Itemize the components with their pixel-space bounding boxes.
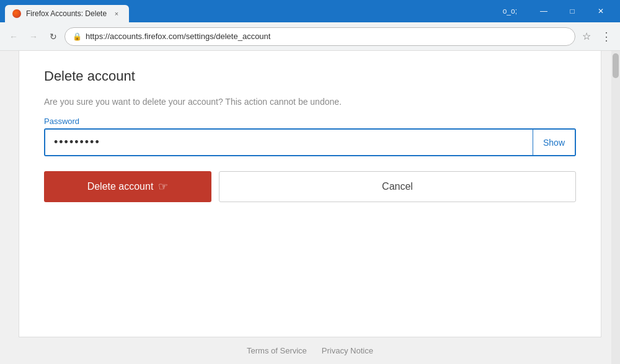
scrollbar[interactable] — [611, 51, 620, 364]
active-tab[interactable]: Firefox Accounts: Delete × — [5, 5, 129, 22]
maximize-button[interactable]: □ — [558, 0, 587, 22]
titlebar-tabs: Firefox Accounts: Delete × — [0, 0, 503, 22]
back-button[interactable]: ← — [5, 28, 22, 45]
toolbar: ← → ↻ 🔒 https://accounts.firefox.com/set… — [0, 22, 620, 51]
reload-icon: ↻ — [50, 32, 57, 42]
menu-icon: ⋮ — [601, 30, 612, 43]
titlebar-caption: o_o; — [503, 0, 525, 22]
footer: Terms of Service Privacy Notice — [0, 337, 620, 364]
privacy-notice-link[interactable]: Privacy Notice — [322, 346, 373, 355]
tab-close-button[interactable]: × — [112, 9, 122, 19]
forward-icon: → — [29, 32, 38, 42]
password-label: Password — [44, 117, 576, 126]
browser-content: Delete account Are you sure you want to … — [0, 51, 620, 364]
star-icon: ☆ — [582, 30, 591, 42]
warning-text: Are you sure you want to delete your acc… — [44, 97, 576, 107]
titlebar: Firefox Accounts: Delete × o_o; — □ ✕ — [0, 0, 620, 22]
url-base: https://accounts.firefox.com — [86, 32, 184, 41]
scrollbar-thumb[interactable] — [613, 53, 619, 78]
tab-title: Firefox Accounts: Delete — [26, 9, 107, 18]
cursor-hand-icon: ☞ — [158, 180, 168, 193]
address-bar[interactable]: 🔒 https://accounts.firefox.com/settings/… — [64, 27, 575, 46]
firefox-favicon — [12, 9, 21, 18]
forward-button[interactable]: → — [25, 28, 42, 45]
menu-button[interactable]: ⋮ — [598, 28, 615, 45]
inactive-tab[interactable] — [131, 7, 162, 22]
password-input-wrapper: Show — [44, 128, 576, 156]
action-buttons: Delete account ☞ Cancel — [44, 171, 576, 202]
password-input[interactable] — [45, 130, 533, 155]
url-text: https://accounts.firefox.com/settings/de… — [86, 32, 567, 41]
page-area: Delete account Are you sure you want to … — [0, 51, 620, 364]
minimize-button[interactable]: — — [529, 0, 558, 22]
delete-account-label: Delete account — [87, 181, 154, 192]
page-title: Delete account — [44, 68, 576, 84]
back-icon: ← — [9, 32, 18, 42]
bookmark-button[interactable]: ☆ — [578, 28, 595, 45]
show-password-button[interactable]: Show — [533, 130, 575, 155]
window-controls: — □ ✕ — [525, 0, 620, 22]
url-path: /settings/delete_account — [184, 32, 270, 41]
caption-text: o_o; — [503, 7, 517, 16]
lock-icon: 🔒 — [73, 32, 82, 41]
reload-button[interactable]: ↻ — [45, 28, 62, 45]
cancel-button[interactable]: Cancel — [219, 171, 576, 202]
delete-account-card: Delete account Are you sure you want to … — [19, 51, 601, 337]
delete-account-button[interactable]: Delete account ☞ — [44, 171, 211, 202]
terms-of-service-link[interactable]: Terms of Service — [247, 346, 307, 355]
close-button[interactable]: ✕ — [587, 0, 615, 22]
